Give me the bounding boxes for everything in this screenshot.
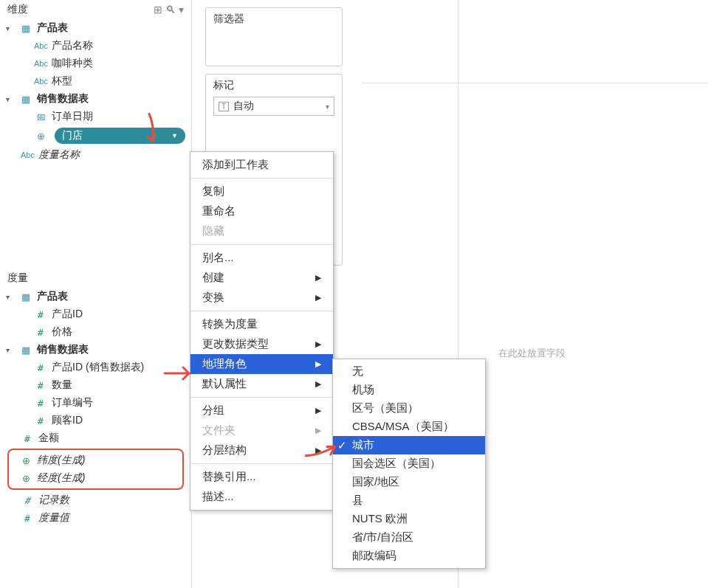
marks-type-select[interactable]: T 自动 ▾ [213,97,334,116]
abc-icon: Abc [34,41,47,50]
menu-convert-measure[interactable]: 转换为度量 [190,314,333,334]
table-name: 销售数据表 [37,343,185,356]
menu-replace-ref[interactable]: 替换引用... [190,467,333,487]
field-price[interactable]: # 价格 [3,323,188,341]
selected-field-pill[interactable]: 门店 ▼ [55,128,185,144]
field-label: 数量 [52,378,185,392]
expand-caret-icon[interactable]: ▾ [6,95,15,103]
geo-areacode[interactable]: 区号（美国） [333,399,485,418]
abc-icon: Abc [34,59,47,68]
geo-city[interactable]: ✓城市 [333,436,485,454]
submenu-arrow-icon: ▶ [315,273,321,283]
field-label: 顾客ID [52,414,185,427]
hash-icon: # [34,327,47,338]
measures-label: 度量 [7,271,28,285]
submenu-arrow-icon: ▶ [315,379,321,389]
submenu-arrow-icon: ▶ [315,426,321,435]
calendar-icon: 📅︎ [34,111,47,122]
geo-congress[interactable]: 国会选区（美国） [333,454,485,473]
menu-separator [190,397,333,398]
measure-table-2[interactable]: ▾ ▦ 销售数据表 [3,341,188,359]
expand-caret-icon[interactable]: ▾ [6,346,15,354]
measure-table-1[interactable]: ▾ ▦ 产品表 [3,288,188,305]
expand-caret-icon[interactable]: ▾ [6,293,15,301]
geo-country[interactable]: 国家/地区 [333,473,485,491]
geo-nuts[interactable]: NUTS 欧洲 [333,510,485,528]
menu-change-datatype[interactable]: 更改数据类型▶ [190,334,333,354]
field-measure-names[interactable]: Abc 度量名称 [3,146,188,164]
geo-airport[interactable]: 机场 [333,381,485,399]
geo-zip[interactable]: 邮政编码 [333,547,485,565]
geo-county[interactable]: 县 [333,491,485,510]
menu-group[interactable]: 分组▶ [190,401,333,421]
hash-icon: # [21,495,34,506]
menu-create[interactable]: 创建▶ [190,268,333,288]
menu-hide: 隐藏 [190,221,333,241]
menu-separator [190,463,333,464]
field-label: 咖啡种类 [52,57,185,70]
table-icon: ▦ [19,23,32,34]
geo-role-submenu: 无 机场 区号（美国） CBSA/MSA（美国） ✓城市 国会选区（美国） 国家… [332,359,486,569]
field-product-name[interactable]: Abc 产品名称 [3,37,188,55]
geo-cbsa[interactable]: CBSA/MSA（美国） [333,418,485,436]
menu-geo-role[interactable]: 地理角色▶ [190,354,333,374]
dropdown-caret-icon[interactable]: ▾ [179,4,184,15]
table-icon: ▦ [19,94,32,105]
field-order-date[interactable]: 📅︎ 订单日期 [3,108,188,125]
menu-folder: 文件夹▶ [190,421,333,440]
field-latitude[interactable]: ⊕ 纬度(生成) [9,452,182,469]
field-label: 产品ID [52,308,185,321]
geo-none[interactable]: 无 [333,362,485,381]
globe-icon: ⊕ [34,131,47,142]
field-label: 产品ID (销售数据表) [52,361,185,374]
menu-alias[interactable]: 别名... [190,248,333,268]
search-icon[interactable]: 🔍︎ [165,4,176,15]
table-name: 产品表 [37,21,185,35]
menu-copy[interactable]: 复制 [190,181,333,201]
field-label: 订单日期 [52,110,185,123]
menu-hierarchy[interactable]: 分层结构▶ [190,440,333,460]
menu-default-props[interactable]: 默认属性▶ [190,374,333,394]
abc-icon: Abc [34,77,47,86]
submenu-arrow-icon: ▶ [315,359,321,369]
dim-table-2[interactable]: ▾ ▦ 销售数据表 [3,90,188,108]
menu-transform[interactable]: 变换▶ [190,288,333,308]
menu-rename[interactable]: 重命名 [190,201,333,221]
field-store-selected[interactable]: ⊕ 门店 ▼ [3,125,188,146]
dim-table-1[interactable]: ▾ ▦ 产品表 [3,19,188,37]
field-product-id-sales[interactable]: # 产品ID (销售数据表) [3,359,188,376]
geo-state[interactable]: 省/市/自治区 [333,528,485,547]
field-label: 经度(生成) [37,471,179,485]
menu-separator [190,244,333,245]
field-product-id[interactable]: # 产品ID [3,305,188,323]
dimensions-label: 维度 [7,3,28,16]
submenu-arrow-icon: ▶ [315,339,321,349]
field-label: 金额 [38,432,185,445]
text-mark-icon: T [219,102,229,111]
filters-card[interactable]: 筛选器 [205,7,343,66]
hash-icon: # [34,309,47,320]
field-coffee-type[interactable]: Abc 咖啡种类 [3,55,188,72]
field-customer-id[interactable]: # 顾客ID [3,412,188,429]
submenu-arrow-icon: ▶ [315,293,321,302]
globe-icon: ⊕ [19,455,32,466]
field-context-menu: 添加到工作表 复制 重命名 隐藏 别名... 创建▶ 变换▶ 转换为度量 更改数… [190,151,334,511]
field-amount[interactable]: # 金额 [3,429,188,447]
expand-caret-icon[interactable]: ▾ [6,24,15,32]
field-cup-type[interactable]: Abc 杯型 [3,72,188,90]
menu-describe[interactable]: 描述... [190,487,333,507]
abc-icon: Abc [21,151,34,159]
field-order-number[interactable]: # 订单编号 [3,394,188,412]
hash-icon: # [21,513,34,524]
field-quantity[interactable]: # 数量 [3,376,188,394]
menu-add-to-sheet[interactable]: 添加到工作表 [190,155,333,175]
field-measure-values[interactable]: # 度量值 [3,509,188,527]
hash-icon: # [34,415,47,426]
pill-dropdown-icon[interactable]: ▼ [171,132,178,139]
table-name: 产品表 [37,290,185,303]
field-record-count[interactable]: # 记录数 [3,491,188,509]
viz-divider-horizontal [362,83,708,83]
chevron-down-icon: ▾ [326,103,329,111]
field-longitude[interactable]: ⊕ 经度(生成) [9,469,182,487]
view-list-icon[interactable]: ⊞ [154,4,162,15]
